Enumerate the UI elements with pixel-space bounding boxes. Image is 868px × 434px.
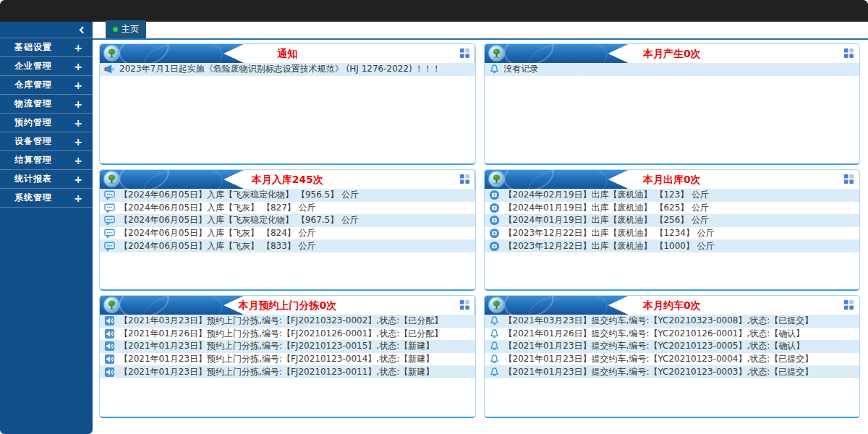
panel-title: 本月预约上门分拣0次 — [238, 296, 336, 315]
panel-header: 本月出库0次 — [485, 170, 860, 189]
sidebar-menu-item[interactable]: 统计报表 + — [0, 170, 93, 189]
plus-expand-icon[interactable]: + — [74, 117, 93, 129]
plus-expand-icon[interactable]: + — [74, 80, 93, 91]
list-item[interactable]: 【2021年01月26日】预约上门分拣,编号:【FJ20210126-0001】… — [100, 328, 475, 341]
list-item-text: 【2021年01月23日】提交约车,编号:【YC20210123-0003】,状… — [504, 366, 814, 378]
panel-title: 通知 — [277, 44, 297, 63]
sidebar-item-label: 系统管理 — [0, 192, 74, 204]
tab-home[interactable]: 主页 — [106, 20, 146, 38]
plus-expand-icon[interactable]: + — [74, 136, 93, 148]
sidebar-item-label: 企业管理 — [0, 60, 74, 72]
megaphone-icon — [104, 64, 115, 75]
sidebar-collapse-button[interactable] — [0, 22, 93, 38]
grid-icon[interactable] — [460, 174, 469, 184]
grid-icon[interactable] — [460, 300, 469, 310]
sidebar-item-label: 设备管理 — [0, 135, 74, 148]
list-item-text: 【2023年12月22日】出库【废机油】 【1000】 公斤 — [504, 240, 715, 252]
tree-logo-icon — [103, 171, 120, 187]
list-item[interactable]: 【2021年01月26日】提交约车,编号:【YC20210126-0001】,状… — [485, 328, 860, 341]
list-item[interactable]: 【2024年01月19日】出库【废机油】 【625】 公斤 — [485, 202, 860, 215]
panel-title: 本月入库245次 — [252, 170, 323, 189]
list-item[interactable]: 【2021年01月23日】提交约车,编号:【YC20210123-0004】,状… — [485, 353, 860, 366]
panel-pickup-sorting-this-month: 本月预约上门分拣0次 【2021年03月23日】预约上门分拣,编号:【FJ202… — [99, 295, 476, 418]
comment-icon — [104, 241, 115, 252]
grid-icon[interactable] — [844, 174, 854, 184]
list-item[interactable]: 【2021年01月23日】提交约车,编号:【YC20210123-0003】,状… — [485, 365, 860, 378]
panel-body: 【2024年06月05日】入库【飞灰稳定化物】 【956.5】 公斤 【2024… — [100, 189, 475, 289]
panel-title: 本月出库0次 — [643, 170, 701, 189]
bell-icon — [489, 354, 500, 365]
plus-expand-icon[interactable]: + — [74, 155, 93, 166]
tab-bar: 主页 — [93, 22, 868, 40]
speaker-icon — [104, 367, 115, 378]
speaker-icon — [104, 315, 115, 326]
panel-body: 没有记录 — [485, 63, 860, 163]
list-item[interactable]: 【2021年01月23日】预约上门分拣,编号:【FJ20210123-0011】… — [100, 365, 475, 378]
list-item-text: 【2021年01月23日】预约上门分拣,编号:【FJ20210123-0014】… — [119, 353, 434, 365]
list-item[interactable]: 【2021年01月23日】提交约车,编号:【YC20210123-0005】,状… — [485, 340, 860, 353]
panel-produced-this-month: 本月产生0次 没有记录 — [484, 43, 861, 165]
sidebar-menu-item[interactable]: 系统管理 + — [0, 189, 93, 208]
plus-expand-icon[interactable]: + — [74, 98, 93, 110]
list-item-text: 【2024年01月19日】出库【废机油】 【625】 公斤 — [504, 202, 710, 214]
tree-logo-icon — [488, 45, 505, 61]
app-window: 基础设置 + 企业管理 + 仓库管理 + 物流管理 + 预约管理 + 设备管理 … — [0, 0, 868, 434]
outbound-icon — [489, 203, 500, 213]
chevron-left-icon — [80, 26, 87, 33]
list-item-text: 【2024年01月19日】出库【废机油】 【256】 公斤 — [504, 214, 710, 226]
list-item[interactable]: 【2023年12月22日】出库【废机油】 【1000】 公斤 — [485, 239, 860, 252]
sidebar-item-label: 仓库管理 — [0, 79, 74, 91]
main-content: 主页 通知 — [93, 22, 868, 434]
dashboard-panels: 通知 2023年7月1日起实施《危险废物识别标志设置技术规范》 (HJ 1276… — [93, 40, 868, 418]
bell-icon — [489, 367, 500, 378]
sidebar-menu-item[interactable]: 基础设置 + — [0, 38, 93, 57]
grid-icon[interactable] — [844, 48, 854, 58]
panel-header: 本月约车0次 — [485, 296, 860, 315]
list-item[interactable]: 【2024年06月05日】入库【飞灰】 【824】 公斤 — [100, 227, 475, 240]
header-ribbon — [224, 44, 475, 63]
tab-label: 主页 — [122, 23, 139, 35]
panel-body: 【2024年02月19日】出库【废机油】 【123】 公斤 【2024年01月1… — [485, 189, 860, 289]
grid-icon[interactable] — [844, 300, 854, 310]
list-item[interactable]: 【2024年06月05日】入库【飞灰】 【827】 公斤 — [100, 202, 475, 215]
bell-icon — [489, 315, 500, 326]
sidebar-item-label: 预约管理 — [0, 116, 74, 129]
plus-expand-icon[interactable]: + — [74, 42, 93, 54]
speaker-icon — [104, 354, 115, 365]
tree-logo-icon — [103, 45, 120, 61]
bell-icon — [489, 328, 500, 339]
list-item-text: 【2021年01月23日】预约上门分拣,编号:【FJ20210123-0015】… — [119, 340, 434, 352]
list-item-text: 【2021年01月23日】预约上门分拣,编号:【FJ20210123-0011】… — [119, 366, 434, 378]
list-item[interactable]: 【2023年12月22日】出库【废机油】 【1234】 公斤 — [485, 227, 860, 240]
sidebar-menu-item[interactable]: 预约管理 + — [0, 114, 93, 132]
plus-expand-icon[interactable]: + — [74, 61, 93, 72]
plus-expand-icon[interactable]: + — [74, 174, 93, 185]
list-item-text: 【2023年12月22日】出库【废机油】 【1234】 公斤 — [504, 227, 715, 239]
list-item[interactable]: 【2024年01月19日】出库【废机油】 【256】 公斤 — [485, 214, 860, 227]
sidebar-menu-item[interactable]: 仓库管理 + — [0, 76, 93, 95]
panel-title: 本月约车0次 — [643, 296, 701, 315]
list-item[interactable]: 【2021年01月23日】预约上门分拣,编号:【FJ20210123-0015】… — [100, 340, 475, 353]
panel-header: 本月预约上门分拣0次 — [100, 296, 475, 315]
list-item-text: 【2024年06月05日】入库【飞灰】 【833】 公斤 — [119, 240, 316, 252]
list-item-text: 【2024年06月05日】入库【飞灰稳定化物】 【967.5】 公斤 — [119, 214, 359, 226]
speaker-icon — [104, 328, 115, 339]
app-topbar — [0, 0, 868, 22]
panel-header: 本月产生0次 — [485, 44, 860, 63]
comment-icon — [104, 215, 115, 226]
tree-logo-icon — [488, 297, 505, 313]
list-item[interactable]: 【2021年01月23日】预约上门分拣,编号:【FJ20210123-0014】… — [100, 353, 475, 366]
grid-icon[interactable] — [460, 48, 469, 58]
plus-expand-icon[interactable]: + — [74, 192, 93, 204]
sidebar: 基础设置 + 企业管理 + 仓库管理 + 物流管理 + 预约管理 + 设备管理 … — [0, 22, 93, 434]
comment-icon — [104, 203, 115, 213]
list-item[interactable]: 【2024年06月05日】入库【飞灰】 【833】 公斤 — [100, 239, 475, 252]
sidebar-item-label: 结算管理 — [0, 154, 74, 166]
speaker-icon — [104, 341, 115, 352]
sidebar-menu-item[interactable]: 物流管理 + — [0, 95, 93, 114]
sidebar-menu-item[interactable]: 设备管理 + — [0, 132, 93, 151]
sidebar-menu-item[interactable]: 结算管理 + — [0, 151, 93, 170]
bell-icon — [489, 64, 500, 75]
list-item[interactable]: 【2024年06月05日】入库【飞灰稳定化物】 【967.5】 公斤 — [100, 214, 475, 227]
sidebar-menu-item[interactable]: 企业管理 + — [0, 57, 93, 76]
